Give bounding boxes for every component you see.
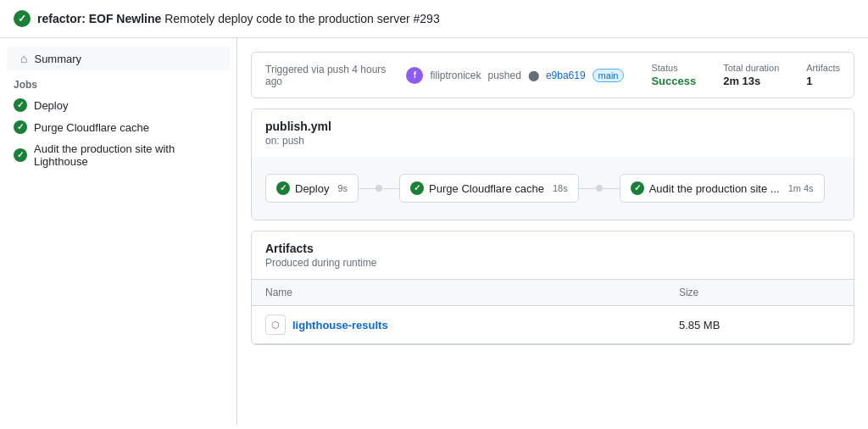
connector-line-4	[603, 188, 620, 189]
workflow-deploy-label: Deploy	[295, 182, 329, 195]
connector-line-3	[579, 188, 596, 189]
artifacts-stat: Artifacts 1	[806, 63, 840, 87]
sidebar-jobs-section: Jobs	[0, 72, 236, 94]
artifacts-col-name: Name	[252, 280, 665, 306]
artifact-name-cell: ⬡ lighthouse-results	[252, 306, 665, 344]
workflow-audit-icon	[631, 181, 644, 195]
workflow-audit-duration: 1m 4s	[788, 183, 814, 193]
page-title: refactor: EOF Newline Remotely deploy co…	[37, 12, 440, 25]
header-status-icon	[14, 10, 31, 27]
workflow-job-audit[interactable]: Audit the production site ... 1m 4s	[620, 174, 825, 203]
artifacts-table: Name Size ⬡ lighthouse-results 5.85 MB	[252, 279, 854, 344]
connector-2	[579, 185, 620, 192]
sidebar-item-deploy[interactable]: Deploy	[0, 94, 236, 116]
actor-name: filiptronicek	[430, 70, 481, 81]
artifacts-card: Artifacts Produced during runtime Name S…	[251, 231, 854, 345]
purge-status-icon	[14, 120, 27, 134]
workflow-purge-label: Purge Cloudflare cache	[429, 182, 544, 195]
sidebar: ⌂ Summary Jobs Deploy Purge Cloudflare c…	[0, 38, 237, 425]
workflow-filename: publish.yml	[265, 120, 840, 133]
status-stat: Status Success	[651, 63, 696, 87]
connector-dot-2	[596, 185, 603, 192]
pushed-label: pushed	[488, 70, 521, 81]
artifacts-count: 1	[806, 75, 840, 87]
artifact-box-icon: ⬡	[265, 315, 286, 335]
workflow-deploy-duration: 9s	[337, 183, 348, 193]
status-value: Success	[651, 75, 696, 87]
artifacts-label: Artifacts	[806, 63, 840, 73]
workflow-job-deploy[interactable]: Deploy 9s	[265, 174, 359, 203]
artifact-filename[interactable]: lighthouse-results	[292, 319, 388, 332]
sidebar-item-summary[interactable]: ⌂ Summary	[7, 47, 230, 70]
artifact-size: 5.85 MB	[665, 306, 854, 344]
sidebar-item-audit[interactable]: Audit the production site with Lighthous…	[0, 138, 236, 172]
workflow-audit-label: Audit the production site ...	[649, 182, 780, 195]
trigger-info: Triggered via push 4 hours ago f filiptr…	[265, 64, 624, 87]
audit-status-icon	[14, 148, 27, 162]
workflow-purge-icon	[410, 181, 424, 195]
duration-value: 2m 13s	[723, 75, 779, 87]
workflow-card: publish.yml on: push Deploy 9s	[251, 109, 854, 220]
connector-dot-1	[376, 185, 382, 192]
artifacts-header: Artifacts Produced during runtime	[252, 231, 854, 279]
status-label: Status	[651, 63, 696, 73]
sidebar-item-purge[interactable]: Purge Cloudflare cache	[0, 116, 236, 138]
artifacts-col-size: Size	[665, 280, 854, 306]
artifacts-subtitle: Produced during runtime	[265, 257, 840, 269]
artifacts-title: Artifacts	[265, 242, 840, 255]
deploy-label: Deploy	[34, 99, 68, 112]
branch-badge[interactable]: main	[593, 69, 625, 82]
workflow-purge-duration: 18s	[553, 183, 568, 193]
workflow-description: Remotely deploy code to the production s…	[164, 12, 410, 25]
main-content: Triggered via push 4 hours ago f filiptr…	[237, 38, 868, 425]
workflow-trigger: on: push	[265, 135, 840, 147]
connector-1	[359, 185, 399, 192]
workflow-header: publish.yml on: push	[252, 109, 854, 157]
actor-avatar: f	[406, 67, 423, 84]
sidebar-summary-label: Summary	[34, 53, 81, 65]
commit-hash[interactable]: e9ba619	[546, 70, 586, 81]
workflow-deploy-icon	[276, 181, 290, 195]
connector-line-1	[359, 188, 376, 189]
duration-stat: Total duration 2m 13s	[723, 63, 779, 87]
commit-icon: ⬤	[528, 70, 539, 81]
workflow-job-purge[interactable]: Purge Cloudflare cache 18s	[399, 174, 579, 203]
connector-line-2	[382, 188, 399, 189]
workflow-name: refactor: EOF Newline	[37, 12, 161, 25]
run-number: #293	[414, 12, 440, 25]
audit-label: Audit the production site with Lighthous…	[34, 142, 223, 168]
artifact-row: ⬡ lighthouse-results 5.85 MB	[252, 306, 854, 344]
trigger-card: Triggered via push 4 hours ago f filiptr…	[251, 52, 854, 98]
purge-label: Purge Cloudflare cache	[34, 121, 149, 134]
main-layout: ⌂ Summary Jobs Deploy Purge Cloudflare c…	[0, 38, 868, 425]
home-icon: ⌂	[20, 52, 27, 65]
deploy-status-icon	[14, 98, 27, 112]
workflow-body: Deploy 9s Purge Cloudflare cache 18s	[252, 157, 854, 220]
duration-label: Total duration	[723, 63, 779, 73]
page-header: refactor: EOF Newline Remotely deploy co…	[0, 0, 868, 38]
trigger-text: Triggered via push 4 hours ago	[265, 64, 399, 87]
